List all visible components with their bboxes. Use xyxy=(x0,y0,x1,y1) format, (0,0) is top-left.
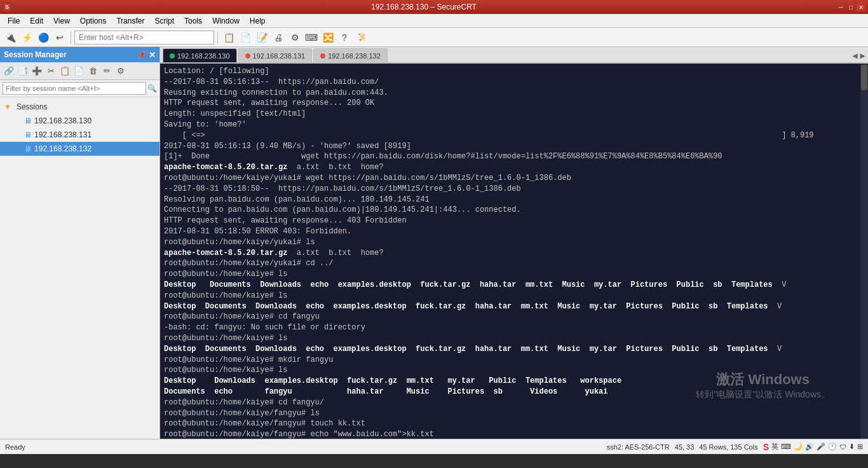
maximize-button[interactable]: □ xyxy=(846,3,855,11)
term-line-30: -bash: cd: fangyu: No such file or direc… xyxy=(164,322,864,333)
toolbar-sep2 xyxy=(217,31,218,44)
session-add-btn[interactable]: ➕ xyxy=(31,65,43,78)
tree-item-132[interactable]: 🖥 192.168.238.132 xyxy=(0,142,159,156)
term-line-8: [ <=> ] 8,919 xyxy=(164,130,864,141)
tab-label-130: 192.168.238.130 xyxy=(177,52,230,60)
term-line-14: apache-tomcat-8.5.20.tar.gz a.txt b.txt … xyxy=(164,162,864,173)
tab-131[interactable]: 192.168.238.131 xyxy=(238,48,313,62)
close-button[interactable]: ✕ xyxy=(857,3,865,11)
status-right-section: ssh2: AES-256-CTR 45, 33 45 Rows, 135 Co… xyxy=(607,442,863,452)
toolbar-log[interactable]: 📝 xyxy=(254,30,269,45)
app-logo: S xyxy=(3,3,11,11)
tab-132[interactable]: 192.168.238.132 xyxy=(313,48,388,62)
status-download-icon: ⬇ xyxy=(849,443,855,451)
term-line-4: HTTP request sent, awaiting response... … xyxy=(164,98,864,109)
host-input[interactable] xyxy=(74,31,214,45)
term-line-36: Documents echo fangyu haha.tar Music Pic… xyxy=(164,387,864,397)
tab-status-red-132 xyxy=(320,53,325,59)
tab-status-green-130 xyxy=(170,53,175,59)
tab-next-arrow[interactable]: ▶ xyxy=(860,50,865,61)
toolbar-new-session[interactable]: 🔌 xyxy=(3,30,18,45)
term-line-32: Desktop Documents Downloads echo example… xyxy=(164,344,864,355)
term-line-17: Resolving pan.baidu.com (pan.baidu.com).… xyxy=(164,195,864,205)
term-line-35: Desktop Downloads examples.desktop fuck.… xyxy=(164,376,864,387)
term-line-29: root@ubuntu:/home/kaiye# cd fangyu xyxy=(164,312,864,322)
term-line-33: root@ubuntu:/home/kaiye# mkdir fangyu xyxy=(164,355,864,366)
status-position: 45, 33 xyxy=(675,443,695,451)
menu-window[interactable]: Window xyxy=(207,15,245,27)
toolbar-sep1 xyxy=(71,31,71,44)
session-search-input[interactable] xyxy=(3,82,146,95)
tabs-row: 192.168.238.130 192.168.238.131 192.168.… xyxy=(160,47,868,64)
session-settings-btn[interactable]: ⚙ xyxy=(114,65,127,78)
term-line-31: root@ubuntu:/home/kaiye# ls xyxy=(164,333,864,344)
menu-file[interactable]: File xyxy=(3,15,25,27)
term-line-20: 2017-08-31 05:18:50 ERROR 403: Forbidden… xyxy=(164,226,864,237)
terminal-scrollbar[interactable] xyxy=(860,64,868,439)
session-rename-btn[interactable]: ✏ xyxy=(100,65,113,78)
session-connect-btn[interactable]: 🔗 xyxy=(3,65,15,78)
toolbar: 🔌 ⚡ 🔵 ↩ 📋 📄 📝 🖨 ⚙ ⌨ 🔀 ? 📜 xyxy=(0,28,868,47)
term-line-34: root@ubuntu:/home/kaiye# ls xyxy=(164,365,864,376)
term-line-19: HTTP request sent, awaiting response... … xyxy=(164,216,864,226)
tab-130[interactable]: 192.168.238.130 xyxy=(163,48,237,62)
tree-item-131[interactable]: 🖥 192.168.238.131 xyxy=(0,128,159,142)
status-kbd-icon: ⌨ xyxy=(781,443,791,451)
search-icon[interactable]: 🔍 xyxy=(147,84,157,93)
session-search-bar: 🔍 xyxy=(0,80,159,97)
tab-prev-arrow[interactable]: ◀ xyxy=(852,50,857,61)
session-pin-icon[interactable]: 📌 xyxy=(137,51,146,59)
minimize-button[interactable]: ─ xyxy=(836,3,845,11)
toolbar-connect[interactable]: ⚡ xyxy=(19,30,34,45)
menu-options[interactable]: Options xyxy=(75,15,111,27)
toolbar-paste[interactable]: 📄 xyxy=(238,30,253,45)
term-line-2: --2017-08-31 05:16:13-- https://pan.baid… xyxy=(164,77,864,88)
term-line-15: root@ubuntu:/home/kaiye/yukai# wget http… xyxy=(164,173,864,184)
tab-label-131: 192.168.238.131 xyxy=(253,52,306,60)
tree-sessions-root[interactable]: ▼ Sessions xyxy=(0,100,159,114)
session-close-icon[interactable]: ✕ xyxy=(149,50,156,60)
session-paste-btn[interactable]: 📄 xyxy=(72,65,85,78)
toolbar-help[interactable]: ? xyxy=(337,30,352,45)
main-content: Session Manager 📌 ✕ 🔗 📑 ➕ ✂ 📋 📄 🗑 ✏ ⚙ 🔍 … xyxy=(0,47,868,439)
term-line-28: Desktop Documents Downloads echo example… xyxy=(164,301,864,312)
menu-view[interactable]: View xyxy=(48,15,75,27)
toolbar-settings[interactable]: ⚙ xyxy=(287,30,302,45)
session-delete-btn[interactable]: 🗑 xyxy=(86,65,99,78)
status-lang: 英 xyxy=(771,442,778,451)
menu-transfer[interactable]: Transfer xyxy=(111,15,149,27)
term-line-40: root@ubuntu:/home/kaiye/fangyu# echo "ww… xyxy=(164,429,864,439)
toolbar-print[interactable]: 🖨 xyxy=(271,30,286,45)
status-clock-icon: 🕐 xyxy=(828,443,837,451)
menu-edit[interactable]: Edit xyxy=(25,15,48,27)
toolbar-reconnect[interactable]: ↩ xyxy=(52,30,67,45)
term-line-16: --2017-08-31 05:18:50-- https://pan.baid… xyxy=(164,184,864,195)
tree-item-130[interactable]: 🖥 192.168.238.130 xyxy=(0,114,159,128)
menu-help[interactable]: Help xyxy=(245,15,271,27)
status-ready: Ready xyxy=(5,443,25,451)
session-cut-btn[interactable]: ✂ xyxy=(44,65,57,78)
terminal[interactable]: Location: / [following] --2017-08-31 05:… xyxy=(160,64,868,439)
toolbar-copy[interactable]: 📋 xyxy=(221,30,236,45)
status-speaker-icon: 🔊 xyxy=(805,443,814,451)
toolbar-sftp[interactable]: 🔀 xyxy=(320,30,336,45)
session-copy-btn[interactable]: 📋 xyxy=(58,65,71,78)
status-icons: S 英 ⌨ 🌙 🔊 🎤 🕐 🛡 ⬇ ⊞ xyxy=(763,442,863,452)
scrollbar-thumb[interactable] xyxy=(861,65,867,90)
tab-status-red-131 xyxy=(245,53,250,59)
session-label-130: 192.168.238.130 xyxy=(34,116,92,125)
status-rows-cols: 45 Rows, 135 Cols xyxy=(699,443,757,451)
toolbar-keymap[interactable]: ⌨ xyxy=(304,30,319,45)
server-icon-131: 🖥 xyxy=(24,130,32,139)
toolbar-disconnect[interactable]: 🔵 xyxy=(36,30,51,45)
menu-tools[interactable]: Tools xyxy=(179,15,207,27)
window-title: 192.168.238.130 – SecureCRT xyxy=(11,3,836,11)
status-mic-icon: 🎤 xyxy=(817,443,825,451)
menu-script[interactable]: Script xyxy=(149,15,179,27)
session-toolbar: 🔗 📑 ➕ ✂ 📋 📄 🗑 ✏ ⚙ xyxy=(0,62,159,80)
toolbar-scripts[interactable]: 📜 xyxy=(353,30,371,45)
term-line-24: root@ubuntu:/home/kaiye/yukai# cd ../ xyxy=(164,258,864,269)
session-new-tab-btn[interactable]: 📑 xyxy=(17,65,29,78)
status-logo-icon: S xyxy=(763,442,769,452)
term-line-10: 2017-08-31 05:16:13 (9.40 MB/s) - 'home?… xyxy=(164,141,864,152)
